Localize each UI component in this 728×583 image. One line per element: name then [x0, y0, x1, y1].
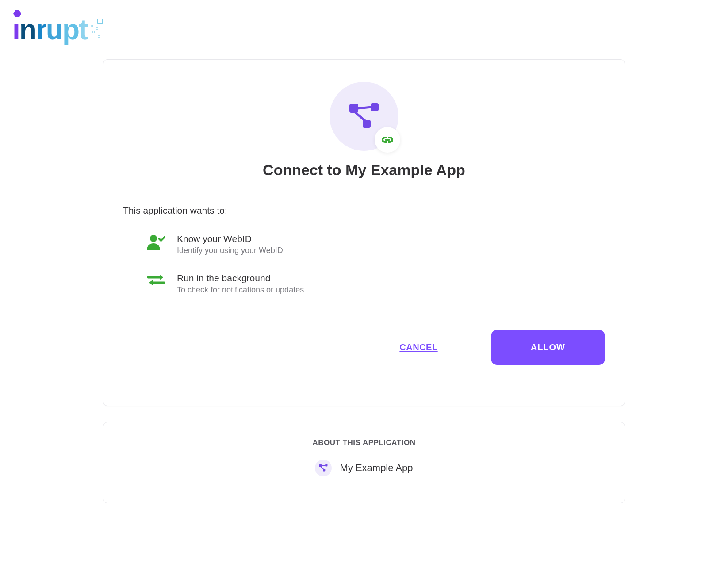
dialog-intro: This application wants to:: [123, 205, 605, 216]
link-icon: [375, 127, 400, 153]
about-app-name: My Example App: [340, 462, 413, 474]
brand-dots-icon: [90, 19, 107, 41]
permission-item: Run in the background To check for notif…: [147, 273, 605, 295]
brand-wordmark: ınrupt: [12, 13, 87, 46]
svg-rect-5: [385, 139, 390, 141]
permission-item: Know your WebID Identify you using your …: [147, 234, 605, 255]
about-card: ABOUT THIS APPLICATION My Example App: [103, 422, 625, 503]
exchange-icon: [147, 273, 165, 286]
cancel-button[interactable]: CANCEL: [399, 342, 437, 353]
svg-line-4: [355, 112, 366, 122]
permission-list: Know your WebID Identify you using your …: [123, 234, 605, 295]
user-check-icon: [147, 234, 165, 250]
permission-desc: Identify you using your WebID: [177, 246, 605, 255]
svg-line-11: [321, 467, 324, 469]
svg-point-6: [150, 235, 157, 242]
dialog-title: Connect to My Example App: [263, 161, 465, 179]
svg-line-10: [322, 465, 326, 466]
permission-title: Know your WebID: [177, 234, 605, 244]
brand-logo: ınrupt: [12, 13, 719, 46]
allow-button[interactable]: ALLOW: [491, 330, 605, 365]
consent-card: Connect to My Example App This applicati…: [103, 59, 625, 406]
dialog-actions: CANCEL ALLOW: [123, 330, 605, 365]
hero-icon: [330, 82, 398, 151]
svg-line-3: [357, 107, 372, 108]
permission-desc: To check for notifications or updates: [177, 285, 605, 295]
app-network-icon: [315, 460, 332, 476]
about-heading: ABOUT THIS APPLICATION: [123, 438, 605, 447]
permission-title: Run in the background: [177, 273, 605, 284]
